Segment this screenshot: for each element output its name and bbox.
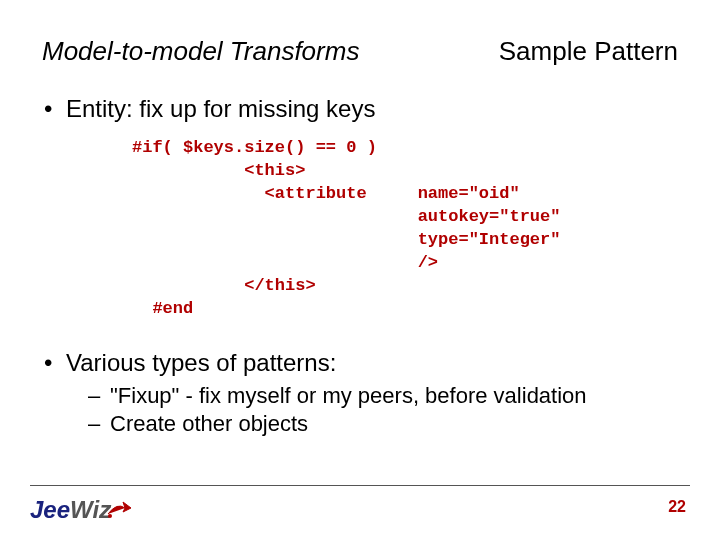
title-left: Model-to-model Transforms (42, 36, 359, 67)
logo-text-wiz: Wiz (70, 496, 111, 523)
sub-bullet-create: Create other objects (88, 411, 678, 437)
title-bar: Model-to-model Transforms Sample Pattern (42, 36, 678, 67)
slide: Model-to-model Transforms Sample Pattern… (0, 0, 720, 540)
logo: JeeWiz (30, 496, 133, 526)
sub-bullet-fixup: "Fixup" - fix myself or my peers, before… (88, 383, 678, 409)
bullet-patterns: Various types of patterns: "Fixup" - fix… (42, 349, 678, 437)
title-right: Sample Pattern (499, 36, 678, 67)
footer-divider (30, 485, 690, 486)
bullet-patterns-text: Various types of patterns: (66, 349, 336, 376)
sub-bullet-list: "Fixup" - fix myself or my peers, before… (88, 383, 678, 437)
bullet-list: Entity: fix up for missing keys (42, 95, 678, 123)
bullet-entity: Entity: fix up for missing keys (42, 95, 678, 123)
logo-swoosh-icon (107, 498, 133, 526)
logo-text-jee: Jee (30, 496, 70, 523)
bullet-list-2: Various types of patterns: "Fixup" - fix… (42, 349, 678, 437)
code-block: #if( $keys.size() == 0 ) <this> <attribu… (132, 137, 678, 321)
svg-point-0 (108, 514, 112, 518)
page-number: 22 (668, 498, 686, 516)
